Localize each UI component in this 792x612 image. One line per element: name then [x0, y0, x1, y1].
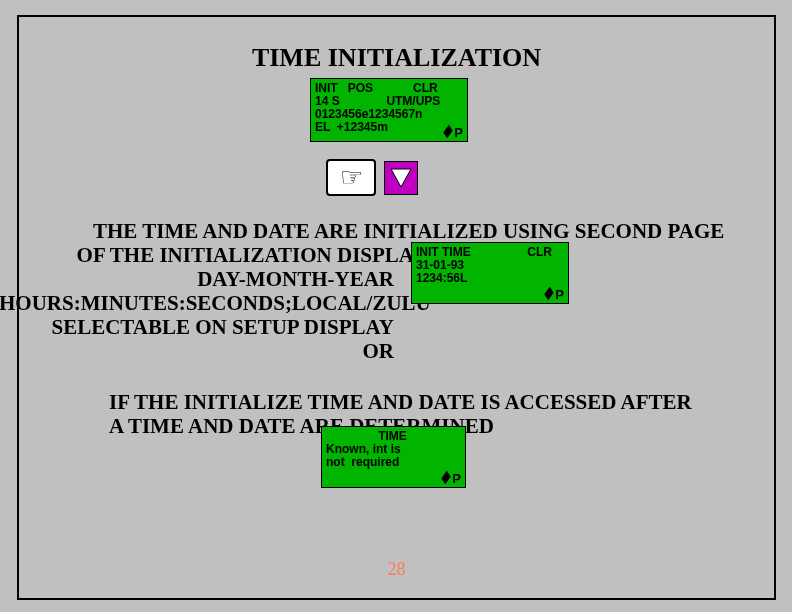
page-number: 28	[19, 559, 774, 580]
p1-l4: HOURS:MINUTES:SECONDS;LOCAL/ZULU	[0, 291, 774, 315]
d1-row4: EL +12345m	[315, 121, 461, 134]
diamond-icon	[441, 471, 450, 484]
para-1: THE TIME AND DATE ARE INITIALIZED USING …	[19, 219, 774, 363]
diamond-icon	[544, 287, 553, 300]
p1-l2: OF THE INITIALIZATION DISPLA	[19, 243, 774, 267]
down-arrow-button[interactable]	[384, 161, 418, 195]
p1-l5: SELECTABLE ON SETUP DISPLAY	[19, 315, 774, 339]
p2-l1: IF THE INITIALIZE TIME AND DATE IS ACCES…	[19, 390, 774, 414]
d3-row3: not required	[326, 456, 459, 469]
hand-row: ☞	[326, 159, 418, 196]
page-indicator: P	[454, 126, 463, 139]
p1-l1: THE TIME AND DATE ARE INITIALIZED USING …	[19, 219, 774, 243]
d2-row3: 1234:56L	[416, 272, 562, 285]
svg-marker-0	[391, 169, 411, 187]
display-time-known: TIME Known, int is not required P	[321, 426, 466, 488]
slide-frame: TIME INITIALIZATION INIT POS CLR 14 S UT…	[17, 15, 776, 600]
pointing-hand-icon: ☞	[326, 159, 376, 196]
page-indicator: P	[452, 472, 461, 485]
slide-title: TIME INITIALIZATION	[19, 43, 774, 73]
display-init-time: INIT TIME CLR 31-01-93 1234:56L P	[411, 242, 569, 304]
page-indicator: P	[555, 288, 564, 301]
p1-l3: DAY-MONTH-YEAR	[19, 267, 774, 291]
p1-l6: OR	[19, 339, 774, 363]
display-init-pos: INIT POS CLR 14 S UTM/UPS 0123456e123456…	[310, 78, 468, 142]
